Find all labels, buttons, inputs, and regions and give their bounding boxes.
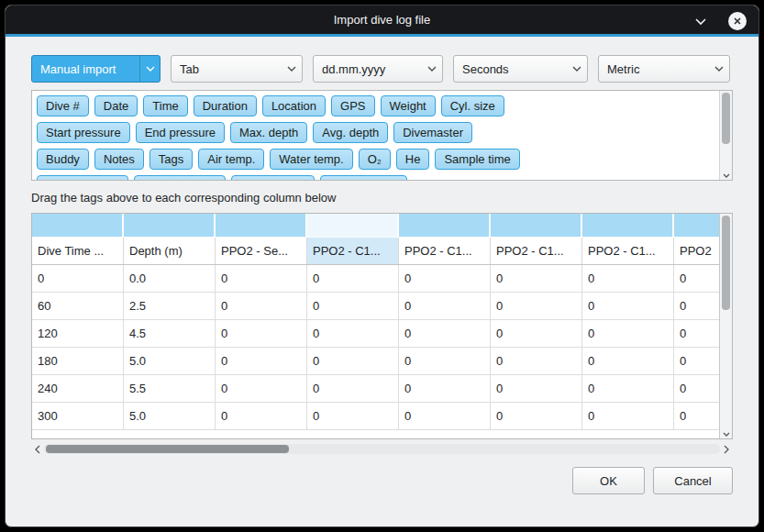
combo-value: Seconds <box>462 62 509 76</box>
table-row: 1204.5000000 <box>32 320 719 348</box>
drag-tag[interactable]: GPS <box>331 95 374 116</box>
shade-window-button[interactable] <box>691 6 711 37</box>
chevron-down-icon <box>139 56 160 82</box>
table-cell: 0 <box>307 293 399 319</box>
column-drop-target[interactable] <box>32 214 124 238</box>
drag-tag[interactable]: Weight <box>381 95 436 116</box>
table-cell: 0 <box>582 375 674 402</box>
drag-tag[interactable]: Tags <box>149 149 193 170</box>
close-button[interactable] <box>727 6 747 37</box>
table-cell: 0 <box>582 320 674 347</box>
column-drop-target[interactable] <box>307 214 399 238</box>
scroll-left-icon[interactable] <box>31 445 44 454</box>
scroll-down-icon[interactable] <box>720 432 732 437</box>
table-cell: 0 <box>491 348 582 374</box>
combo-duration-format[interactable]: Seconds <box>453 55 588 83</box>
table-cell: 0 <box>582 293 674 319</box>
table-cell: 0 <box>674 265 719 292</box>
instruction-label: Drag the tags above to each correspondin… <box>31 191 733 205</box>
scrollbar-thumb[interactable] <box>722 93 730 144</box>
column-drop-target[interactable] <box>124 214 216 238</box>
column-drop-target[interactable] <box>216 214 307 238</box>
table-cell: 0 <box>307 403 399 429</box>
table-cell: 120 <box>32 320 124 347</box>
drag-tag[interactable]: Buddy <box>37 149 89 170</box>
table-cell: 0 <box>216 320 307 347</box>
table-body: 00.0000000602.50000001204.50000001805.00… <box>32 265 719 430</box>
column-header[interactable]: PPO2 - C1... <box>491 238 582 264</box>
scroll-right-icon[interactable] <box>720 445 733 454</box>
drag-tag[interactable]: Sample pO₂ <box>231 175 314 181</box>
drag-tag[interactable]: O₂ <box>359 149 391 170</box>
drag-tag[interactable]: Date <box>94 95 138 116</box>
table-cell: 0 <box>216 348 307 374</box>
table-cell: 0 <box>674 375 719 402</box>
drag-tag[interactable]: Duration <box>194 95 257 116</box>
drag-tag[interactable]: Cyl. size <box>441 95 504 116</box>
drag-tag[interactable]: Sample depth <box>37 175 128 181</box>
table-cell: 0 <box>491 265 582 292</box>
combo-value: dd.mm.yyyy <box>322 62 385 76</box>
tag-row: Sample depthSample temp.Sample pO₂Sample… <box>37 175 714 181</box>
table-row: 1805.0000000 <box>32 348 719 375</box>
table-vscrollbar[interactable] <box>719 214 732 438</box>
drag-tag[interactable]: He <box>396 149 430 170</box>
drag-tag[interactable]: Notes <box>94 149 144 170</box>
chevron-down-icon <box>567 56 587 82</box>
drag-tag[interactable]: Avg. depth <box>313 122 388 143</box>
table-row: 602.5000000 <box>32 293 719 320</box>
import-dialog-window: Import dive log file Manual import Tab <box>5 5 759 527</box>
drag-tag[interactable]: Air temp. <box>198 149 264 170</box>
drag-tag[interactable]: Start pressure <box>37 122 130 143</box>
table-cell: 0 <box>491 293 582 319</box>
hscroll-thumb[interactable] <box>46 445 289 453</box>
hscroll-track[interactable] <box>44 444 720 454</box>
tag-pool-scrollbar[interactable] <box>719 91 732 180</box>
combo-field-separator[interactable]: Tab <box>171 55 303 83</box>
close-icon <box>728 12 747 30</box>
drag-tag[interactable]: End pressure <box>136 122 225 143</box>
table-cell: 0 <box>491 403 582 429</box>
table-cell: 0 <box>491 375 582 402</box>
column-header[interactable]: Dive Time ... <box>32 238 124 264</box>
drag-tag[interactable]: Sample temp. <box>134 175 226 181</box>
drag-tag[interactable]: Location <box>262 95 326 116</box>
column-drop-target[interactable] <box>674 214 719 238</box>
table-cell: 0 <box>307 320 399 347</box>
dialog-content: Manual import Tab dd.mm.yyyy Seconds <box>6 37 758 494</box>
combo-date-format[interactable]: dd.mm.yyyy <box>313 55 443 83</box>
column-header[interactable]: PPO2 - C1... <box>399 238 491 264</box>
scrollbar-thumb[interactable] <box>722 216 730 310</box>
drag-tag[interactable]: Time <box>143 95 187 116</box>
drag-tag[interactable]: Divemaster <box>393 122 472 143</box>
drag-tag[interactable]: Sample time <box>435 149 519 170</box>
table-cell: 0 <box>674 293 719 319</box>
column-header[interactable]: PPO2 - Se... <box>216 238 307 264</box>
table-cell: 0 <box>216 265 307 292</box>
drag-tag[interactable]: Dive # <box>37 95 89 116</box>
titlebar[interactable]: Import dive log file <box>6 6 758 37</box>
column-header[interactable]: PPO2 - C1... <box>582 238 674 264</box>
drag-tag[interactable]: Sample CNS <box>320 175 407 181</box>
cancel-button[interactable]: Cancel <box>653 467 733 494</box>
table-cell: 5.5 <box>124 375 216 402</box>
drag-tag[interactable]: Max. depth <box>230 122 307 143</box>
table-cell: 0 <box>399 265 491 292</box>
import-preview-table: Dive Time ...Depth (m)PPO2 - Se...PPO2 -… <box>31 213 733 439</box>
combo-import-type[interactable]: Manual import <box>31 55 161 83</box>
drag-tag[interactable]: Water temp. <box>270 149 352 170</box>
column-drop-target[interactable] <box>582 214 674 238</box>
column-header[interactable]: PPO2 - C1... <box>307 238 399 264</box>
ok-button[interactable]: OK <box>572 467 645 494</box>
table-cell: 0 <box>32 265 124 292</box>
combo-unit-system[interactable]: Metric <box>598 55 730 83</box>
chevron-down-icon <box>282 56 302 82</box>
table-hscrollbar[interactable] <box>31 442 733 456</box>
table-cell: 0 <box>582 348 674 374</box>
scroll-down-icon[interactable] <box>720 173 732 178</box>
tag-pool-rows: Dive #DateTimeDurationLocationGPSWeightC… <box>37 95 714 181</box>
column-header[interactable]: Depth (m) <box>124 238 216 264</box>
column-drop-target[interactable] <box>491 214 582 238</box>
column-drop-target[interactable] <box>399 214 491 238</box>
column-header[interactable]: PPO2 <box>674 238 719 264</box>
